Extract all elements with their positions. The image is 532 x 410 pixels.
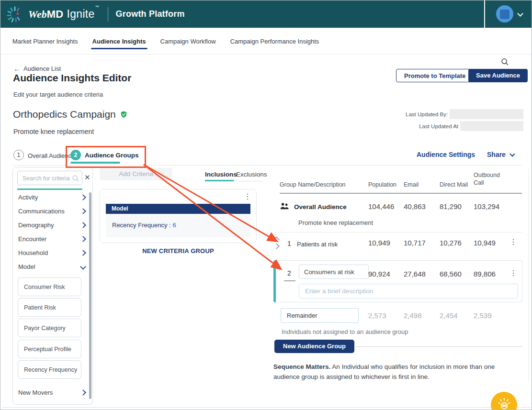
nav-tab-market-planner-insights[interactable]: Market Planner Insights bbox=[12, 28, 78, 55]
category-model[interactable]: Model bbox=[18, 261, 85, 272]
back-link-label: Audience List bbox=[23, 65, 61, 72]
category-encounter[interactable]: Encounter bbox=[18, 233, 85, 244]
group-1-direct-mail: 10,276 bbox=[440, 239, 462, 247]
brand-divider bbox=[108, 7, 108, 22]
criteria-chip-payor-category[interactable]: Payor Category bbox=[18, 319, 81, 337]
criteria-chip-consumer-risk[interactable]: Consumer Risk bbox=[18, 277, 81, 296]
remainder-name-input[interactable] bbox=[281, 308, 359, 323]
share-link[interactable]: Share bbox=[487, 151, 514, 158]
new-criteria-group-link[interactable]: NEW CRITERIA GROUP bbox=[100, 247, 257, 255]
group-1-menu-icon[interactable]: ⋮ bbox=[509, 239, 517, 245]
promote-to-template-button[interactable]: Promote to Template bbox=[396, 69, 474, 82]
criteria-chip-patient-risk[interactable]: Patient Risk bbox=[18, 298, 81, 317]
criterion-value[interactable]: 6 bbox=[172, 222, 176, 229]
audience-groups-table: Group Name/Description Population Email … bbox=[273, 166, 528, 390]
remainder-direct-mail: 2,454 bbox=[440, 311, 458, 320]
category-household[interactable]: Household bbox=[18, 247, 85, 258]
lightbulb-icon bbox=[496, 397, 512, 410]
share-chevron-down-icon bbox=[509, 151, 515, 156]
col-header-direct-mail: Direct Mail bbox=[440, 181, 468, 188]
tab-exclusions[interactable]: Exclusions bbox=[236, 171, 267, 178]
reorder-handle[interactable] bbox=[274, 237, 279, 248]
criteria-panel-body: Model Recency Frequency : 6 bbox=[106, 204, 250, 237]
avatar[interactable] bbox=[496, 5, 513, 22]
sidebar-scrollbar[interactable] bbox=[89, 192, 91, 399]
last-updated-by-value-redacted bbox=[450, 109, 523, 119]
brand-logo: WebMDIgnite™ Growth Platform bbox=[5, 0, 185, 28]
back-to-audience-list-link[interactable]: ← Audience List bbox=[13, 65, 61, 72]
category-activity[interactable]: Activity bbox=[18, 191, 85, 203]
category-communications[interactable]: Communications bbox=[18, 205, 85, 217]
move-down-icon[interactable] bbox=[273, 243, 280, 249]
group-1-name[interactable]: Patients at risk bbox=[297, 241, 338, 248]
overall-outbound: 103,294 bbox=[474, 202, 499, 211]
nav-tab-campaign-workflow[interactable]: Campaign Workflow bbox=[160, 28, 216, 55]
search-icon bbox=[500, 57, 509, 66]
remainder-outbound: 2,539 bbox=[474, 311, 492, 320]
category-label: New Movers bbox=[18, 389, 53, 396]
category-label: Household bbox=[18, 249, 48, 256]
add-criteria-button-disabled[interactable]: Add Criteria bbox=[100, 168, 172, 180]
group-2-card: 2 bbox=[273, 260, 522, 302]
overall-email: 40,863 bbox=[404, 202, 426, 211]
category-new-movers[interactable]: New Movers bbox=[18, 387, 85, 398]
overall-description: Promote knee replacement bbox=[298, 219, 373, 226]
campaign-description: Promote knee replacement bbox=[13, 128, 94, 135]
group-2-outbound: 89,806 bbox=[474, 270, 496, 278]
step-2-circle[interactable]: 2 bbox=[70, 150, 81, 160]
nav-tab-audience-insights[interactable]: Audience Insights bbox=[92, 28, 146, 55]
divider-line bbox=[356, 346, 522, 347]
page-subtitle: Edit your target audience criteria bbox=[13, 91, 103, 98]
chevron-right-icon bbox=[80, 250, 86, 256]
criteria-chip-perceptual-profile[interactable]: Perceptual Profile bbox=[18, 340, 81, 358]
category-label: Encounter bbox=[18, 235, 46, 243]
search-icon bbox=[71, 174, 79, 182]
nav-tab-label: Market Planner Insights bbox=[12, 38, 78, 45]
tab-inclusions[interactable]: Inclusions bbox=[205, 171, 237, 178]
nav-tab-campaign-performance-insights[interactable]: Campaign Performance Insights bbox=[230, 28, 319, 55]
app-header: WebMDIgnite™ Growth Platform bbox=[0, 0, 532, 28]
save-audience-button[interactable]: Save Audience bbox=[468, 69, 528, 82]
page-title: Audience Insights Editor bbox=[13, 72, 131, 84]
close-criteria-panel-icon[interactable]: ✕ bbox=[84, 173, 91, 182]
insights-help-fab[interactable] bbox=[491, 392, 517, 410]
overall-direct-mail: 81,290 bbox=[440, 202, 462, 211]
overall-population: 104,446 bbox=[368, 202, 394, 211]
remainder-description: Individuals not assigned to an audience … bbox=[282, 328, 408, 335]
step-2-label[interactable]: Audience Groups bbox=[85, 152, 139, 159]
group-2-description-input[interactable] bbox=[299, 284, 518, 299]
group-2-email: 27,648 bbox=[404, 270, 426, 278]
move-up-icon[interactable] bbox=[273, 236, 280, 243]
brand-trademark: ™ bbox=[95, 5, 99, 9]
criteria-search-box[interactable] bbox=[17, 171, 82, 185]
group-2-menu-icon[interactable]: ⋮ bbox=[509, 270, 517, 277]
group-1-population: 10,949 bbox=[368, 239, 390, 247]
step-1-label[interactable]: Overall Audience bbox=[28, 152, 75, 159]
chevron-right-icon bbox=[80, 194, 86, 200]
category-label: Activity bbox=[18, 194, 38, 201]
brand-md: MD bbox=[47, 8, 64, 20]
new-audience-group-button[interactable]: New Audience Group bbox=[274, 340, 354, 353]
audience-settings-link[interactable]: Audience Settings bbox=[417, 151, 475, 158]
chevron-down-icon bbox=[80, 264, 86, 270]
product-name: Growth Platform bbox=[116, 9, 185, 19]
criteria-search-input[interactable] bbox=[22, 172, 71, 185]
criterion-label[interactable]: Recency Frequency : bbox=[112, 222, 171, 229]
criteria-chip-recency-frequency[interactable]: Recency Frequency bbox=[18, 360, 81, 379]
sequence-note: Sequence Matters. An Individual who qual… bbox=[273, 362, 520, 382]
avatar-image bbox=[500, 10, 509, 19]
last-updated-at-label: Last Updated At bbox=[419, 123, 458, 129]
nav-tab-label: Audience Insights bbox=[92, 38, 146, 45]
step-1-circle[interactable]: 1 bbox=[13, 150, 24, 160]
col-header-email: Email bbox=[404, 181, 419, 188]
group-2-order: 2 bbox=[287, 269, 291, 277]
group-1-order: 1 bbox=[287, 240, 291, 247]
page-bottom-border bbox=[2, 407, 531, 408]
account-chevron-down-icon[interactable] bbox=[517, 11, 523, 17]
group-1-email: 10,717 bbox=[404, 239, 426, 247]
category-demography[interactable]: Demography bbox=[18, 219, 85, 231]
back-arrow-icon: ← bbox=[13, 66, 21, 72]
search-accent-underline bbox=[17, 188, 82, 190]
criteria-card-menu-icon[interactable]: ⋮ bbox=[244, 193, 251, 200]
group-2-name-input[interactable] bbox=[299, 265, 369, 279]
